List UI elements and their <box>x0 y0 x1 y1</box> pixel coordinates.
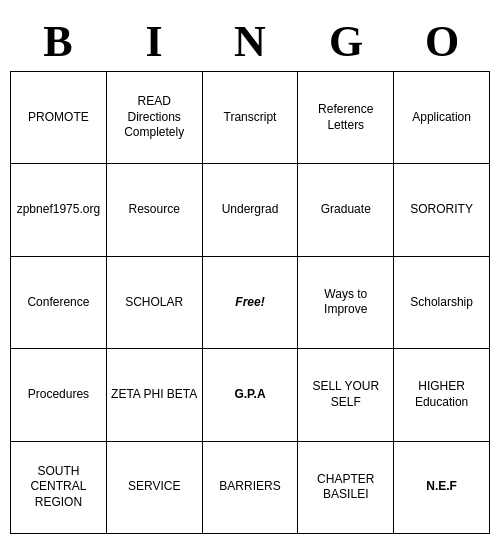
bingo-cell: SORORITY <box>394 164 490 256</box>
letter-n: N <box>202 16 298 67</box>
bingo-cell: READ Directions Completely <box>106 72 202 164</box>
table-row: ProceduresZETA PHI BETAG.P.ASELL YOUR SE… <box>11 349 490 441</box>
letter-o: O <box>394 16 490 67</box>
bingo-cell: ZETA PHI BETA <box>106 349 202 441</box>
bingo-cell: Procedures <box>11 349 107 441</box>
bingo-cell: N.E.F <box>394 441 490 533</box>
table-row: zpbnef1975.orgResourceUndergradGraduateS… <box>11 164 490 256</box>
table-row: ConferenceSCHOLARFree!Ways to ImproveSch… <box>11 256 490 348</box>
bingo-cell: Resource <box>106 164 202 256</box>
bingo-cell: Graduate <box>298 164 394 256</box>
bingo-cell: Reference Letters <box>298 72 394 164</box>
table-row: SOUTH CENTRAL REGIONSERVICEBARRIERSCHAPT… <box>11 441 490 533</box>
bingo-cell: SELL YOUR SELF <box>298 349 394 441</box>
bingo-cell: Transcript <box>202 72 298 164</box>
bingo-cell: Ways to Improve <box>298 256 394 348</box>
letter-i: I <box>106 16 202 67</box>
letter-g: G <box>298 16 394 67</box>
bingo-cell: SOUTH CENTRAL REGION <box>11 441 107 533</box>
bingo-cell: SERVICE <box>106 441 202 533</box>
bingo-cell: BARRIERS <box>202 441 298 533</box>
bingo-cell: Application <box>394 72 490 164</box>
bingo-title: B I N G O <box>10 10 490 71</box>
bingo-grid: PROMOTEREAD Directions CompletelyTranscr… <box>10 71 490 534</box>
bingo-cell: zpbnef1975.org <box>11 164 107 256</box>
bingo-cell: CHAPTER BASILEI <box>298 441 394 533</box>
letter-b: B <box>10 16 106 67</box>
bingo-cell: HIGHER Education <box>394 349 490 441</box>
bingo-cell: Undergrad <box>202 164 298 256</box>
bingo-cell: Scholarship <box>394 256 490 348</box>
bingo-cell: Free! <box>202 256 298 348</box>
bingo-cell: PROMOTE <box>11 72 107 164</box>
table-row: PROMOTEREAD Directions CompletelyTranscr… <box>11 72 490 164</box>
bingo-cell: G.P.A <box>202 349 298 441</box>
bingo-cell: Conference <box>11 256 107 348</box>
bingo-cell: SCHOLAR <box>106 256 202 348</box>
